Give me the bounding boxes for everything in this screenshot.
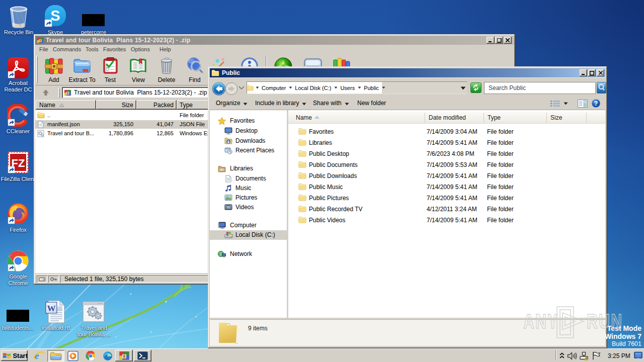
svg-text:W: W [47,304,56,313]
svg-text:ANY: ANY [523,309,559,333]
svg-text:RUN: RUN [587,309,623,333]
svg-text:?: ? [594,100,598,107]
